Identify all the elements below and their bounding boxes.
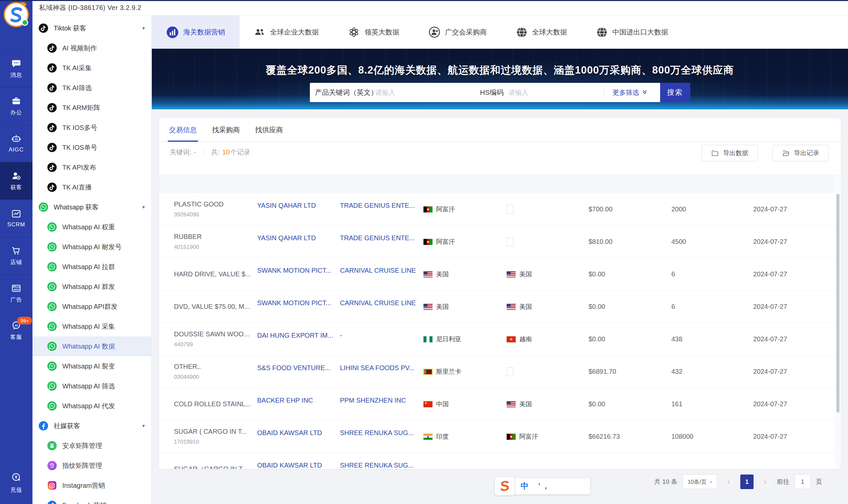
tiktok-icon xyxy=(47,123,57,132)
buyer-link[interactable]: SWANK MOTION PICT... xyxy=(257,299,331,307)
buyer-link[interactable]: S&S FOOD VENTURE... xyxy=(257,364,330,372)
sidebar-item[interactable]: 办公 xyxy=(0,87,33,125)
table-row[interactable]: OTHER,. 03044900 S&S FOOD VENTURE... LIH… xyxy=(159,356,835,388)
submenu-item[interactable]: Whatsapp AI 筛选 xyxy=(33,376,151,396)
sidebar-item[interactable]: ADS 广告 xyxy=(0,274,33,312)
whatsapp-icon xyxy=(47,361,57,371)
submenu-item[interactable]: 安卓矩阵管理 xyxy=(33,436,151,456)
submenu-item[interactable]: TK AI采集 xyxy=(33,58,151,78)
sidebar-item[interactable]: AI 99+ 客服 xyxy=(0,312,33,349)
ime-logo[interactable]: S xyxy=(494,476,515,496)
product-cell: SUGAR ( CARGO IN T... 17019910 xyxy=(174,420,255,453)
sidebar-item[interactable]: 店铺 xyxy=(0,237,33,274)
buyer-link[interactable]: SWANK MOTION PICT... xyxy=(257,267,331,274)
submenu-item-label: Facebook 营销 xyxy=(62,501,106,504)
table-row[interactable]: COLD ROLLED STAINL... BACKER EHP INC PPM… xyxy=(159,388,835,420)
supplier-link[interactable]: SHREE RENUKA SUG... xyxy=(340,462,414,469)
submenu-item[interactable]: 指纹矩阵管理 xyxy=(33,456,151,475)
submenu-item[interactable]: Whatsapp AI 采集 xyxy=(33,317,151,336)
submenu-item[interactable]: TK ARM矩阵 xyxy=(33,98,151,118)
current-page[interactable]: 1 xyxy=(740,474,754,489)
table-row[interactable]: DOUSSIE SAWN WOO... 440799 DAI HUNG EXPO… xyxy=(159,323,835,356)
submenu-item[interactable]: Whatsapp AI 权重 xyxy=(33,217,151,237)
supplier-link[interactable]: - xyxy=(340,332,342,339)
sidebar-item[interactable]: AI AIGC xyxy=(0,125,33,162)
more-filters-button[interactable]: 更多筛选 xyxy=(613,83,648,102)
ime-language-toggle[interactable]: 中 xyxy=(521,481,528,491)
submenu-item[interactable]: TK API发布 xyxy=(33,157,151,177)
nav-tab[interactable]: 领英大数据 xyxy=(333,16,414,49)
submenu-item[interactable]: Tiktok 获客 xyxy=(33,18,151,38)
submenu-item[interactable]: AI 视频制作 xyxy=(33,38,151,58)
submenu-item[interactable]: Whatsapp AI 耐发号 xyxy=(33,237,151,257)
table-row[interactable]: RUBBER 40151900 YASIN QAHAR LTD TRADE GE… xyxy=(159,226,835,258)
buyer-link[interactable]: YASIN QAHAR LTD xyxy=(257,202,316,210)
sidebar-item-label: 办公 xyxy=(10,109,22,116)
supplier-link[interactable]: LIHINI SEA FOODS PV... xyxy=(340,364,415,372)
submenu-item[interactable]: TK AI直播 xyxy=(33,177,151,197)
export-button[interactable]: 导出数据 xyxy=(702,145,758,161)
app-logo[interactable] xyxy=(4,2,29,27)
nav-tab[interactable]: 中国进出口大数据 xyxy=(581,16,683,49)
submenu-item[interactable]: Whatsapp 获客 xyxy=(33,197,151,217)
hs-code: 440799 xyxy=(174,341,193,348)
quantity: 432 xyxy=(671,356,682,388)
submenu-item[interactable]: 社媒获客 xyxy=(33,416,151,436)
supplier-link[interactable]: SHREE RENUKA SUG... xyxy=(340,429,414,437)
submenu-item[interactable]: TK IOS多号 xyxy=(33,118,151,138)
supplier-link[interactable]: TRADE GENIUS ENTE... xyxy=(340,202,415,210)
prev-page-button[interactable]: ‹ xyxy=(722,474,735,489)
table-row[interactable]: DVD, VALUE $75.00, M... SWANK MOTION PIC… xyxy=(159,291,835,323)
export-button[interactable]: 导出记录 xyxy=(773,145,829,161)
submenu-item[interactable]: Whatsapp AI 代发 xyxy=(33,396,151,416)
buyer-link[interactable]: OBAID KAWSAR LTD xyxy=(257,429,322,437)
next-page-button[interactable]: › xyxy=(759,474,772,489)
buyer-link[interactable]: YASIN QAHAR LTD xyxy=(257,234,316,242)
buyer-link[interactable]: DAI HUNG EXPORT IM... xyxy=(257,332,333,339)
table-row[interactable]: SUGAR ( CARGO IN T... 17019910 OBAID KAW… xyxy=(159,420,835,453)
submenu-item[interactable]: TK IOS单号 xyxy=(33,138,151,157)
submenu-item[interactable]: Whatsapp AI 数据 xyxy=(33,336,151,356)
sidebar-item[interactable]: 获客 xyxy=(0,162,33,199)
submenu-item[interactable]: Whatsapp API群发 xyxy=(33,296,151,317)
table-scrollbar[interactable] xyxy=(836,175,840,466)
destination-flag-icon xyxy=(507,434,516,440)
table-row[interactable]: SUGAR（CARGO IN T... OBAID KAWSAR LTD SHR… xyxy=(159,453,835,469)
date: 2024-07-27 xyxy=(753,258,787,290)
content-tab[interactable]: 找采购商 xyxy=(212,118,240,142)
buyer-link[interactable]: OBAID KAWSAR LTD xyxy=(257,462,322,469)
supplier-link[interactable]: CARNIVAL CRUISE LINE xyxy=(340,299,416,307)
sidebar-item[interactable]: SCRM xyxy=(0,199,33,237)
table-row[interactable]: HARD DRIVE, VALUE $... SWANK MOTION PICT… xyxy=(159,258,835,291)
content-tab[interactable]: 找供应商 xyxy=(255,118,283,142)
supplier-link[interactable]: CARNIVAL CRUISE LINE xyxy=(340,267,416,274)
submenu-item[interactable]: Whatsapp AI 拉群 xyxy=(33,257,151,277)
keyword-input[interactable]: 请输入 xyxy=(376,83,395,102)
whatsapp-icon xyxy=(47,401,57,411)
submenu-item-label: 安卓矩阵管理 xyxy=(62,442,102,450)
submenu-item[interactable]: Facebook 营销 xyxy=(33,496,151,504)
hs-code-input[interactable]: 请输入 xyxy=(509,83,528,102)
scrollbar-thumb[interactable] xyxy=(836,194,840,413)
submenu-item[interactable]: Whatsapp AI 群发 xyxy=(33,277,151,296)
supplier-link[interactable]: PPM SHENZHEN INC xyxy=(340,397,406,404)
submenu-item[interactable]: TK AI筛选 xyxy=(33,78,151,98)
nav-tab[interactable]: 全球企业大数据 xyxy=(239,16,333,49)
supplier-link[interactable]: TRADE GENIUS ENTE... xyxy=(340,234,415,242)
ime-punctuation-toggle[interactable]: ＇， xyxy=(536,481,549,491)
nav-tab[interactable]: 海关数据营销 xyxy=(152,16,239,49)
search-button[interactable]: 搜索 xyxy=(660,83,690,102)
buyer-link[interactable]: BACKER EHP INC xyxy=(257,397,313,404)
content-tab[interactable]: 交易信息 xyxy=(169,118,197,142)
search-box[interactable]: 产品关键词（英文） 请输入 HS编码 请输入 更多筛选 xyxy=(310,83,660,102)
submenu-item[interactable]: Instagram营销 xyxy=(33,475,151,496)
submenu-item-label: Whatsapp AI 拉群 xyxy=(62,263,115,271)
sidebar-item[interactable]: 消息 xyxy=(0,50,33,87)
table-row[interactable]: PLASTIC GOOD 39264090 YASIN QAHAR LTD TR… xyxy=(159,193,835,226)
goto-page-input[interactable]: 1 xyxy=(795,474,811,489)
sidebar-item-recharge[interactable]: ¥ 充值 xyxy=(0,467,33,499)
nav-tab[interactable]: 广交会采购商 xyxy=(414,16,501,49)
submenu-item[interactable]: Whatsapp AI 裂变 xyxy=(33,356,151,376)
page-size-select[interactable]: 10条/页 ▾ xyxy=(683,474,717,489)
nav-tab[interactable]: 全球大数据 xyxy=(501,16,581,49)
